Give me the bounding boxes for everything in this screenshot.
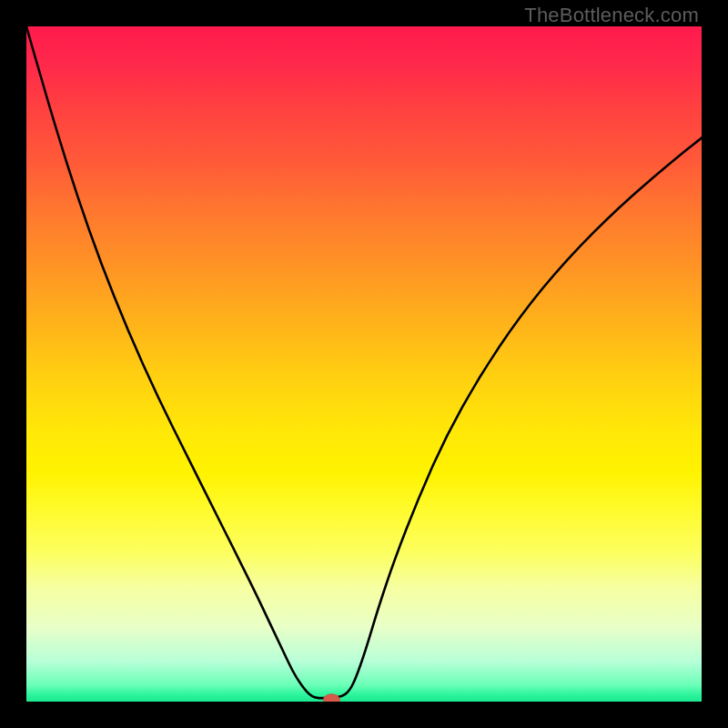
marker-dot (323, 694, 339, 702)
watermark-text: TheBottleneck.com (524, 4, 699, 27)
plot-area (26, 26, 702, 702)
chart-frame: TheBottleneck.com (0, 0, 728, 728)
curve-layer (26, 26, 702, 702)
bottleneck-curve (26, 26, 702, 698)
